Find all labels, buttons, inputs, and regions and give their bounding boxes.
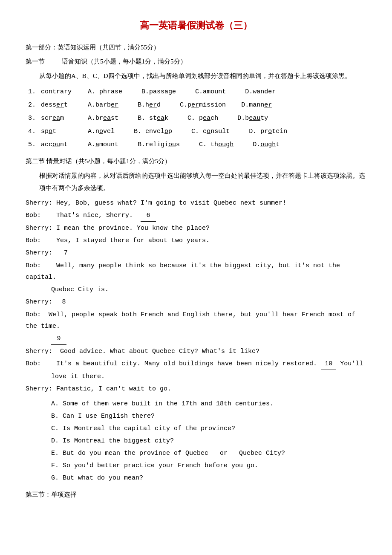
dialog-line-3: Sherry: I mean the province. You know th… — [26, 223, 366, 234]
dialog-line-11: Bob: It's a beautiful city. Many old bui… — [26, 358, 366, 370]
table-row: 2. dessert A.barber B.herd C.permission … — [26, 98, 366, 112]
table-row: 4. spot A.novel B. envelop C. consult D.… — [26, 125, 366, 138]
dialog-line-7: Sherry: 8 — [26, 296, 366, 308]
item-word: dessert — [38, 98, 85, 112]
speaker-bob4: Bob: Well, people speak both French and … — [26, 311, 355, 330]
dialog-section: Sherry: Hey, Bob, guess what? I'm going … — [26, 197, 366, 395]
dialog-line-2: Bob: That's nice, Sherry. 6 — [26, 210, 366, 222]
table-row: 5. account A.amount B.religious C. thoug… — [26, 138, 366, 151]
item-num: 4. — [26, 125, 38, 138]
item-options: A.breast B. steak C. peach D.beauty — [85, 112, 366, 125]
section2-header: 第二节 情景对话（共5小题，每小题1分，满分5分） — [26, 156, 366, 167]
item-word: spot — [38, 125, 85, 138]
section3-header: 第三节：单项选择 — [26, 489, 366, 500]
item-num: 5. — [26, 138, 38, 151]
speaker-bob3: Bob: Well, many people think so because … — [26, 262, 340, 281]
choices-section: A. Some of them were built in the 17th a… — [26, 398, 366, 484]
item-num: 3. — [26, 112, 38, 125]
dialog-line-4: Bob: Yes, I stayed there for about two y… — [26, 235, 366, 246]
dialog-line-10: Sherry: Good advice. What about Quebec C… — [26, 346, 366, 357]
dialog-line-6: Bob: Well, many people think so because … — [26, 260, 366, 283]
section2-instruction: 根据对话情景的内容，从对话后所给的选项中选出能够填入每一空白处的最佳选项，并在答… — [39, 170, 366, 194]
choice-b: B. Can I use English there? — [51, 410, 366, 422]
table-row: 3. scream A.breast B. steak C. peach D.b… — [26, 112, 366, 125]
choice-e: E. But do you mean the province of Quebe… — [51, 448, 366, 459]
speaker-sherry1: Sherry: Hey, Bob, guess what? I'm going … — [26, 199, 286, 207]
item-word: contrary — [38, 85, 85, 98]
item-num: 2. — [26, 98, 38, 112]
dialog-line-9: 9 — [51, 333, 366, 345]
dialog-line-8: Bob: Well, people speak both French and … — [26, 309, 366, 332]
dialog-line-6b: Quebec City is. — [51, 284, 366, 295]
choice-a: A. Some of them were built in the 17th a… — [51, 398, 366, 410]
speaker-sherry5: Sherry: Good advice. What about Quebec C… — [26, 348, 259, 355]
dialog-line-1: Sherry: Hey, Bob, guess what? I'm going … — [26, 197, 366, 209]
section1-header: 第一节 语音知识（共5小题，每小题1分，满分5分） — [26, 56, 366, 67]
table-row: 1. contrary A. phrase B.passage C.amount… — [26, 85, 366, 98]
item-num: 1. — [26, 85, 38, 98]
speaker-bob2: Bob: Yes, I stayed there for about two y… — [26, 237, 210, 244]
dialog-line-11b: love it there. — [51, 371, 366, 382]
speaker-sherry4: Sherry: 8 — [26, 298, 72, 306]
dialog-line-5: Sherry: 7 — [26, 247, 366, 259]
dialog-line-12: Sherry: Fantastic, I can't wait to go. — [26, 383, 366, 395]
vocab-table: 1. contrary A. phrase B.passage C.amount… — [26, 85, 366, 151]
item-options: A.novel B. envelop C. consult D. protein — [85, 125, 366, 138]
choice-f: F. So you'd better practice your French … — [51, 460, 366, 471]
title: 高一英语暑假测试卷（三） — [26, 17, 366, 34]
speaker-bob5: Bob: It's a beautiful city. Many old bui… — [26, 360, 363, 367]
speaker-sherry6: Sherry: Fantastic, I can't wait to go. — [26, 385, 171, 393]
choice-g: G. But what do you mean? — [51, 472, 366, 484]
item-word: scream — [38, 112, 85, 125]
part1-header: 第一部分：英语知识运用（共四节，满分55分） — [26, 42, 366, 53]
choice-d: D. Is Montreal the biggest city? — [51, 435, 366, 447]
speaker-sherry2: Sherry: I mean the province. You know th… — [26, 225, 210, 232]
section1-instruction: 从每小题的A、B、C、D四个选项中，找出与所给单词划线部分读音相同的单词，并在答… — [39, 70, 366, 82]
choice-c: C. Is Montreal the capital city of the p… — [51, 423, 366, 434]
item-options: A.barber B.herd C.permission D.manner — [85, 98, 366, 112]
speaker-sherry3: Sherry: 7 — [26, 249, 75, 257]
item-options: A.amount B.religious C. though D.ought — [85, 138, 366, 151]
speaker-bob1: Bob: That's nice, Sherry. 6 — [26, 212, 156, 219]
item-options: A. phrase B.passage C.amount D.wander — [85, 85, 366, 98]
item-word: account — [38, 138, 85, 151]
